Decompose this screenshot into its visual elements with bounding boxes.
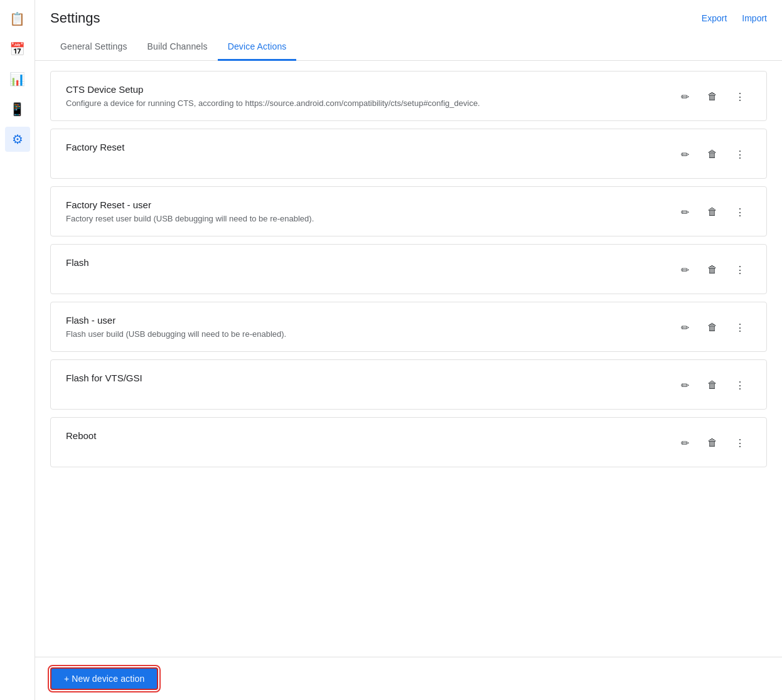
action-card-flash-vts-gsi: Flash for VTS/GSI ✏ 🗑 ⋮ — [50, 359, 767, 410]
action-card-flash-user: Flash - user Flash user build (USB debug… — [50, 302, 767, 352]
bottom-bar: + New device action — [35, 657, 782, 700]
more-button-flash[interactable]: ⋮ — [729, 258, 751, 281]
sidebar-item-clipboard[interactable]: 📋 — [5, 6, 30, 31]
action-desc-flash-user: Flash user build (USB debugging will nee… — [66, 329, 673, 339]
more-button-flash-vts-gsi[interactable]: ⋮ — [729, 374, 751, 396]
action-card-factory-reset: Factory Reset ✏ 🗑 ⋮ — [50, 129, 767, 179]
chart-icon: 📊 — [9, 72, 25, 87]
tab-general-settings[interactable]: General Settings — [50, 34, 137, 61]
action-info-flash-vts-gsi: Flash for VTS/GSI — [66, 373, 673, 387]
trash-icon: 🗑 — [707, 437, 717, 448]
delete-button-flash[interactable]: 🗑 — [701, 258, 724, 281]
trash-icon: 🗑 — [707, 379, 717, 391]
delete-button-factory-reset-user[interactable]: 🗑 — [701, 201, 724, 223]
trash-icon: 🗑 — [707, 264, 717, 275]
pencil-icon: ✏ — [681, 322, 689, 334]
delete-button-cts[interactable]: 🗑 — [701, 85, 724, 108]
header-actions: Export Import — [702, 13, 767, 23]
trash-icon: 🗑 — [707, 322, 717, 333]
delete-button-reboot[interactable]: 🗑 — [701, 432, 724, 454]
delete-button-factory-reset[interactable]: 🗑 — [701, 143, 724, 166]
clipboard-icon: 📋 — [9, 11, 25, 26]
trash-icon: 🗑 — [707, 149, 717, 160]
sidebar-item-calendar[interactable]: 📅 — [5, 36, 30, 61]
edit-button-cts[interactable]: ✏ — [673, 85, 696, 108]
header: Settings Export Import — [35, 0, 782, 26]
action-title-reboot: Reboot — [66, 430, 673, 441]
more-button-factory-reset[interactable]: ⋮ — [729, 143, 751, 166]
action-controls-reboot: ✏ 🗑 ⋮ — [673, 430, 751, 454]
more-icon: ⋮ — [735, 264, 745, 276]
action-title-flash-vts-gsi: Flash for VTS/GSI — [66, 373, 673, 383]
action-title-factory-reset: Factory Reset — [66, 142, 673, 152]
more-button-cts[interactable]: ⋮ — [729, 85, 751, 108]
action-card-cts-device-setup: CTS Device Setup Configure a device for … — [50, 71, 767, 121]
more-icon: ⋮ — [735, 322, 745, 334]
edit-button-flash[interactable]: ✏ — [673, 258, 696, 281]
action-controls-flash: ✏ 🗑 ⋮ — [673, 257, 751, 281]
tab-device-actions[interactable]: Device Actions — [218, 34, 297, 61]
more-button-flash-user[interactable]: ⋮ — [729, 316, 751, 339]
action-info-flash: Flash — [66, 257, 673, 272]
action-info-factory-reset: Factory Reset — [66, 142, 673, 156]
more-button-factory-reset-user[interactable]: ⋮ — [729, 201, 751, 223]
edit-button-factory-reset[interactable]: ✏ — [673, 143, 696, 166]
pencil-icon: ✏ — [681, 91, 689, 103]
action-title-cts: CTS Device Setup — [66, 84, 673, 95]
content-area: CTS Device Setup Configure a device for … — [35, 61, 782, 657]
delete-button-flash-user[interactable]: 🗑 — [701, 316, 724, 339]
more-button-reboot[interactable]: ⋮ — [729, 432, 751, 454]
device-icon: 📱 — [9, 102, 25, 117]
sidebar-item-settings[interactable]: ⚙ — [5, 127, 30, 152]
action-title-factory-reset-user: Factory Reset - user — [66, 199, 673, 210]
pencil-icon: ✏ — [681, 206, 689, 218]
more-icon: ⋮ — [735, 149, 745, 161]
main-content: Settings Export Import General Settings … — [35, 0, 782, 700]
trash-icon: 🗑 — [707, 91, 717, 102]
delete-button-flash-vts-gsi[interactable]: 🗑 — [701, 374, 724, 396]
action-card-reboot: Reboot ✏ 🗑 ⋮ — [50, 417, 767, 467]
settings-icon: ⚙ — [12, 132, 23, 147]
edit-button-reboot[interactable]: ✏ — [673, 432, 696, 454]
import-link[interactable]: Import — [742, 13, 767, 23]
action-title-flash: Flash — [66, 257, 673, 268]
edit-button-flash-vts-gsi[interactable]: ✏ — [673, 374, 696, 396]
action-card-factory-reset-user: Factory Reset - user Factory reset user … — [50, 186, 767, 236]
sidebar-item-device[interactable]: 📱 — [5, 97, 30, 122]
action-controls-factory-reset: ✏ 🗑 ⋮ — [673, 142, 751, 166]
new-device-action-button[interactable]: + New device action — [50, 667, 158, 690]
action-info-reboot: Reboot — [66, 430, 673, 445]
pencil-icon: ✏ — [681, 379, 689, 391]
action-desc-factory-reset-user: Factory reset user build (USB debugging … — [66, 214, 673, 223]
action-card-flash: Flash ✏ 🗑 ⋮ — [50, 244, 767, 294]
action-info-flash-user: Flash - user Flash user build (USB debug… — [66, 315, 673, 339]
page-title: Settings — [50, 10, 100, 26]
pencil-icon: ✏ — [681, 437, 689, 449]
pencil-icon: ✏ — [681, 264, 689, 276]
edit-button-factory-reset-user[interactable]: ✏ — [673, 201, 696, 223]
action-title-flash-user: Flash - user — [66, 315, 673, 326]
pencil-icon: ✏ — [681, 149, 689, 161]
action-controls-factory-reset-user: ✏ 🗑 ⋮ — [673, 199, 751, 223]
tab-build-channels[interactable]: Build Channels — [137, 34, 218, 61]
action-controls-flash-user: ✏ 🗑 ⋮ — [673, 315, 751, 339]
sidebar-item-chart[interactable]: 📊 — [5, 66, 30, 92]
action-controls-cts: ✏ 🗑 ⋮ — [673, 84, 751, 108]
tabs: General Settings Build Channels Device A… — [35, 34, 782, 61]
calendar-icon: 📅 — [9, 41, 25, 56]
action-info-factory-reset-user: Factory Reset - user Factory reset user … — [66, 199, 673, 223]
action-info-cts: CTS Device Setup Configure a device for … — [66, 84, 673, 108]
sidebar: 📋 📅 📊 📱 ⚙ — [0, 0, 35, 700]
export-link[interactable]: Export — [702, 13, 727, 23]
more-icon: ⋮ — [735, 206, 745, 218]
trash-icon: 🗑 — [707, 206, 717, 218]
more-icon: ⋮ — [735, 379, 745, 391]
edit-button-flash-user[interactable]: ✏ — [673, 316, 696, 339]
action-controls-flash-vts-gsi: ✏ 🗑 ⋮ — [673, 373, 751, 396]
action-desc-cts: Configure a device for running CTS, acco… — [66, 98, 673, 108]
more-icon: ⋮ — [735, 91, 745, 103]
more-icon: ⋮ — [735, 437, 745, 449]
